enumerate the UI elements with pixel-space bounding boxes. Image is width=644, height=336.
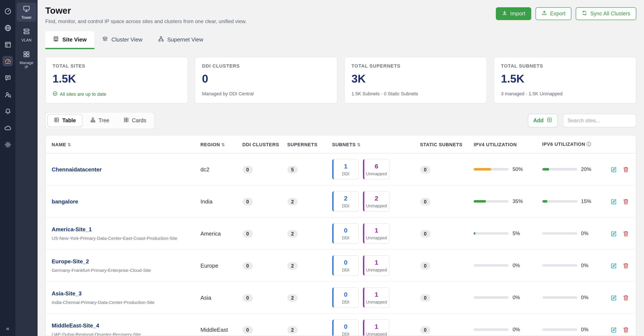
sidebar-item-manage-ip[interactable]: Manage IP	[17, 48, 36, 71]
collapse-sidebar-icon[interactable]: «	[6, 325, 10, 332]
import-button[interactable]: Import	[496, 7, 531, 20]
view-mode-tree[interactable]: Tree	[84, 114, 116, 127]
tab-supernet-view[interactable]: Supernet View	[150, 31, 211, 49]
site-name-link[interactable]: America-Site_1	[52, 226, 192, 233]
region-value: Asia	[200, 294, 212, 301]
apps-window-icon[interactable]	[2, 39, 13, 50]
site-name-link[interactable]: Europe-Site_2	[52, 258, 192, 265]
stat-note: Managed by DDI Central	[202, 91, 330, 96]
edit-icon[interactable]	[611, 327, 617, 333]
subnets-unmapped-box: 1 Unmapped	[363, 287, 389, 308]
import-label: Import	[510, 11, 525, 17]
sync-arrows-icon	[582, 10, 587, 17]
delete-icon[interactable]	[623, 327, 629, 333]
subnets-ddi-label: DDI	[334, 268, 357, 272]
settings-gear-icon[interactable]	[2, 139, 13, 150]
check-circle-icon	[52, 91, 58, 97]
sites-table: NAME⇅ REGION⇅ DDI CLUSTERS SUPERNETS SUB…	[46, 136, 636, 336]
subnets-ddi-box: 0 DDI	[332, 223, 358, 244]
subnets-unmapped-label: Unmapped	[365, 171, 388, 176]
ddi-clusters-badge: 0	[242, 326, 253, 334]
dashboard-gauge-icon[interactable]	[2, 6, 13, 16]
ddi-clusters-badge: 0	[242, 294, 253, 301]
tab-cluster-view[interactable]: Cluster View	[94, 31, 150, 49]
delete-icon[interactable]	[623, 295, 629, 301]
delete-icon[interactable]	[623, 263, 629, 269]
delete-icon[interactable]	[623, 167, 629, 173]
add-button[interactable]: Add	[528, 114, 558, 127]
subnets-ddi-box: 1 DDI	[332, 159, 358, 180]
edit-icon[interactable]	[611, 199, 617, 205]
add-label: Add	[533, 118, 544, 124]
static-subnets-badge: 0	[420, 230, 430, 237]
globe-icon[interactable]	[2, 23, 13, 33]
subnets-ddi-box: 0 DDI	[332, 255, 358, 276]
sort-icon[interactable]: ⇅	[68, 142, 71, 147]
subnets-ddi-box: 2 DDI	[332, 191, 358, 212]
info-icon[interactable]: ⓘ	[586, 142, 592, 147]
ipv4-progress-bar	[474, 328, 509, 331]
sidebar-item-vlan[interactable]: VLAN	[17, 25, 36, 45]
site-name-link[interactable]: bangalore	[52, 198, 192, 205]
subnets-ddi-count: 0	[334, 291, 357, 298]
layers-icon	[102, 36, 108, 43]
sort-icon[interactable]: ⇅	[221, 142, 225, 147]
subnets-cell: 0 DDI 1 Unmapped	[332, 255, 412, 276]
column-header-ipv4-utilization: IPV4 UTILIZATION	[470, 136, 538, 153]
tab-label: Cluster View	[112, 36, 142, 43]
search-input[interactable]	[563, 114, 636, 127]
bell-icon[interactable]	[2, 106, 13, 116]
edit-icon[interactable]	[611, 231, 617, 237]
site-name-link[interactable]: Asia-Site_3	[52, 290, 192, 297]
sync-all-clusters-button[interactable]: Sync All Clusters	[576, 7, 636, 20]
ipv6-utilization-cell: 0%	[542, 326, 602, 332]
subnets-ddi-label: DDI	[334, 300, 357, 304]
subnets-ddi-label: DDI	[334, 203, 357, 208]
console-icon[interactable]	[2, 73, 13, 83]
ipv4-progress-bar	[474, 232, 509, 235]
edit-icon[interactable]	[611, 167, 617, 173]
plus-square-icon	[547, 117, 552, 124]
ipv6-percent: 0%	[581, 294, 588, 300]
subnets-unmapped-box: 1 Unmapped	[363, 255, 389, 276]
region-value: MiddleEast	[200, 326, 228, 333]
ipam-gauge-icon[interactable]	[2, 56, 13, 66]
site-description: US-New-York-Primary-Data-Center-East-Coa…	[52, 235, 192, 241]
sidebar-item-tower[interactable]: Tower	[17, 3, 36, 22]
sites-table-card: NAME⇅ REGION⇅ DDI CLUSTERS SUPERNETS SUB…	[45, 135, 636, 336]
subnets-unmapped-box: 1 Unmapped	[363, 223, 389, 244]
view-mode-table[interactable]: Table	[48, 114, 82, 127]
sidebar-item-label: Tower	[21, 16, 32, 20]
stat-card-total-sites: TOTAL SITES 1.5K All sites are up to dat…	[45, 57, 188, 103]
site-description: UAE-Dubai-Regional-Disaster-Recovery-Sit…	[52, 332, 192, 336]
user-search-icon[interactable]	[2, 89, 13, 100]
delete-icon[interactable]	[623, 231, 629, 237]
sidebar-item-label: Manage IP	[18, 61, 36, 69]
ipv6-utilization-cell: 0%	[542, 230, 602, 236]
stat-card-ddi-clusters: DDI CLUSTERS 0 Managed by DDI Central	[195, 57, 337, 103]
delete-icon[interactable]	[623, 199, 629, 205]
stat-label: TOTAL SUBNETS	[501, 63, 629, 68]
edit-icon[interactable]	[611, 263, 617, 269]
subnets-unmapped-count: 1	[365, 227, 388, 234]
view-mode-cards[interactable]: Cards	[117, 114, 153, 127]
subnets-ddi-count: 0	[334, 323, 357, 330]
stat-note: 3 managed · 1.5K Unmapped	[501, 91, 629, 96]
site-name-link[interactable]: MiddleEast-Site_4	[52, 322, 192, 329]
site-name-link[interactable]: Chennaidatacenter	[52, 166, 192, 172]
cloud-icon[interactable]	[2, 123, 13, 133]
building-icon	[53, 36, 59, 43]
column-header-supernets: SUPERNETS	[283, 136, 328, 153]
tab-label: Site View	[62, 36, 87, 43]
ipv6-percent: 15%	[581, 198, 591, 204]
tab-site-view[interactable]: Site View	[45, 31, 94, 49]
edit-icon[interactable]	[611, 295, 617, 301]
export-button[interactable]: Export	[536, 7, 572, 20]
region-value: dc2	[200, 166, 210, 173]
subnets-unmapped-count: 1	[365, 291, 388, 298]
view-mode-toggle: Table Tree Cards	[45, 112, 155, 129]
stat-cards: TOTAL SITES 1.5K All sites are up to dat…	[45, 57, 636, 103]
sort-icon[interactable]: ⇅	[357, 142, 361, 147]
subnets-cell: 2 DDI 2 Unmapped	[332, 191, 412, 212]
table-body: Chennaidatacenter dc2 0 5 1 DDI 6 Unmapp…	[46, 153, 636, 336]
